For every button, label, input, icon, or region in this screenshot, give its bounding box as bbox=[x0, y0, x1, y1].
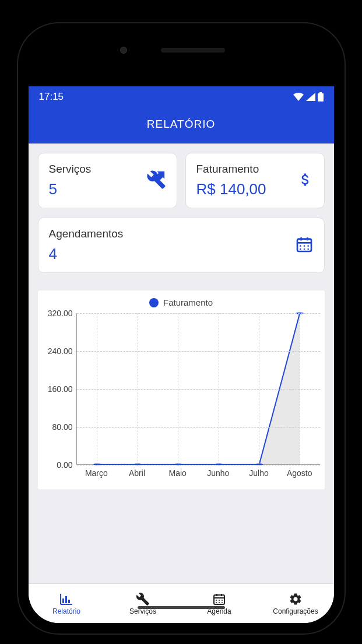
dollar-icon bbox=[297, 172, 314, 190]
page-title: RELATÓRIO bbox=[147, 118, 215, 130]
y-axis: 0.0080.00160.00240.00320.00 bbox=[43, 313, 76, 465]
bar-chart-icon bbox=[59, 592, 73, 606]
phone-speaker bbox=[138, 47, 225, 54]
nav-configuracoes[interactable]: Configurações bbox=[258, 584, 334, 623]
y-tick-label: 0.00 bbox=[57, 460, 72, 470]
calendar-icon bbox=[295, 235, 314, 256]
status-icons bbox=[293, 92, 324, 102]
svg-rect-22 bbox=[68, 600, 70, 603]
nav-servicos[interactable]: Serviços bbox=[105, 584, 181, 623]
revenue-title: Faturamento bbox=[196, 163, 314, 176]
appointments-value: 4 bbox=[49, 245, 314, 263]
x-tick-label: Abril bbox=[117, 468, 157, 478]
y-tick-label: 320.00 bbox=[48, 309, 73, 318]
status-time: 17:15 bbox=[39, 91, 64, 103]
y-tick-label: 160.00 bbox=[48, 384, 73, 394]
x-tick-label: Julho bbox=[238, 468, 279, 478]
x-tick-label: Agosto bbox=[279, 468, 320, 478]
svg-rect-1 bbox=[319, 92, 322, 93]
nav-label: Configurações bbox=[273, 607, 318, 615]
y-tick-label: 80.00 bbox=[52, 422, 72, 432]
svg-rect-0 bbox=[318, 93, 324, 102]
x-tick-label: Junho bbox=[198, 468, 239, 478]
status-bar: 17:15 bbox=[29, 86, 334, 107]
nav-relatorio[interactable]: Relatório bbox=[29, 584, 105, 623]
gear-icon bbox=[289, 592, 303, 606]
app-header: RELATÓRIO bbox=[29, 107, 334, 144]
svg-point-29 bbox=[222, 600, 223, 601]
tools-icon bbox=[146, 170, 166, 192]
x-tick-label: Maio bbox=[157, 468, 198, 478]
svg-point-27 bbox=[216, 600, 217, 601]
appointments-card[interactable]: Agendamentos 4 bbox=[38, 218, 325, 273]
chart-legend: Faturamento bbox=[43, 298, 320, 307]
legend-label: Faturamento bbox=[163, 298, 213, 307]
legend-dot-icon bbox=[149, 298, 159, 307]
x-axis: MarçoAbrilMaioJunhoJulhoAgosto bbox=[76, 468, 320, 478]
revenue-value: R$ 140,00 bbox=[196, 180, 314, 198]
battery-icon bbox=[318, 92, 324, 102]
appointments-title: Agendamentos bbox=[49, 228, 314, 240]
calendar-icon bbox=[212, 592, 226, 606]
svg-point-30 bbox=[216, 602, 217, 603]
svg-point-28 bbox=[219, 600, 220, 601]
svg-point-31 bbox=[219, 602, 220, 603]
plot-region bbox=[76, 313, 320, 465]
chart-plot-area: 0.0080.00160.00240.00320.00 bbox=[43, 313, 320, 465]
y-tick-label: 240.00 bbox=[48, 346, 73, 356]
nav-label: Relatório bbox=[52, 607, 80, 615]
signal-icon bbox=[306, 93, 315, 101]
tools-icon bbox=[136, 592, 150, 606]
app-screen: 17:15 RELATÓRIO Serviços 5 bbox=[29, 86, 334, 623]
x-tick-label: Março bbox=[76, 468, 117, 478]
svg-rect-21 bbox=[65, 596, 67, 603]
phone-frame: 17:15 RELATÓRIO Serviços 5 bbox=[18, 23, 345, 634]
services-card[interactable]: Serviços 5 bbox=[38, 153, 177, 208]
svg-rect-20 bbox=[62, 598, 64, 603]
nav-agenda[interactable]: Agenda bbox=[181, 584, 258, 623]
bottom-nav: Relatório Serviços Agenda bbox=[29, 583, 334, 623]
home-indicator[interactable] bbox=[138, 606, 225, 609]
wifi-icon bbox=[293, 93, 304, 101]
content-area: Serviços 5 Faturamento R$ 140,00 bbox=[29, 144, 334, 583]
revenue-card[interactable]: Faturamento R$ 140,00 bbox=[185, 153, 325, 208]
svg-point-32 bbox=[222, 602, 223, 603]
chart-card: Faturamento 0.0080.00160.00240.00320.00 … bbox=[38, 290, 325, 489]
